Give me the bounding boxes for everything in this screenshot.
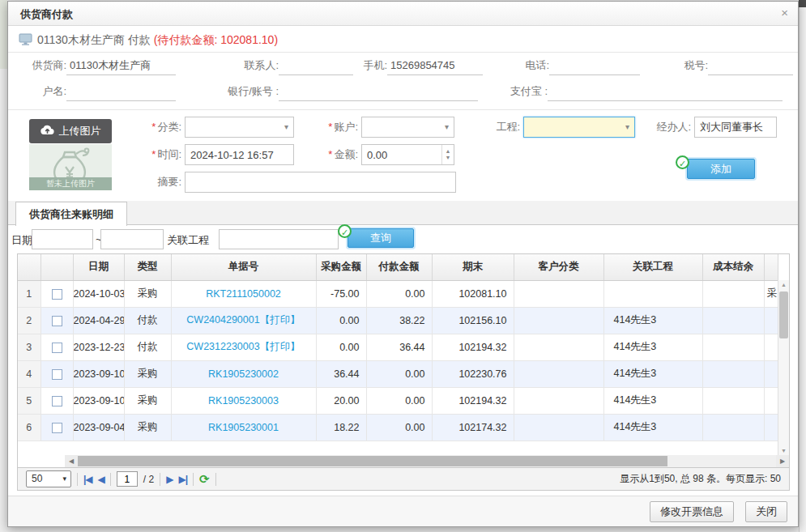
account-field: *账户: ▾ xyxy=(306,116,454,138)
taxno-field: 税号: xyxy=(671,55,793,76)
doc-link[interactable]: CW2404290001【打印】 xyxy=(186,314,300,326)
ledger-grid: 日期 类型 单据号 采购金额 付款金额 期末 客户分类 关联工程 成本结余 xyxy=(17,253,790,491)
date-to-input[interactable] xyxy=(100,229,164,249)
alipay-input[interactable] xyxy=(548,82,783,101)
screen: 供货商付款 × 01130木材生产商 付款 (待付款金额: 102081.10)… xyxy=(0,0,806,532)
divider xyxy=(8,52,798,53)
table-header-row: 日期 类型 单据号 采购金额 付款金额 期末 客户分类 关联工程 成本结余 xyxy=(18,254,778,280)
col-doc-no[interactable]: 单据号 xyxy=(171,254,316,280)
contact-field: 联系人: xyxy=(228,55,353,76)
account-select[interactable]: ▾ xyxy=(361,117,454,138)
row-checkbox[interactable] xyxy=(52,289,62,300)
bank-input[interactable] xyxy=(279,82,478,101)
project-select[interactable]: ▾ xyxy=(523,117,635,138)
scroll-up-icon[interactable]: ▲ xyxy=(778,282,789,287)
cell-extra xyxy=(764,307,778,334)
close-icon[interactable]: × xyxy=(781,6,788,19)
row-index: 2 xyxy=(18,307,41,334)
category-field: *分类: ▾ xyxy=(130,116,294,138)
taxno-input[interactable] xyxy=(708,56,793,75)
search-check-icon: ✓ xyxy=(338,224,352,238)
hscroll-track[interactable] xyxy=(78,455,776,467)
time-input[interactable] xyxy=(185,144,294,165)
row-checkbox[interactable] xyxy=(52,369,62,380)
vertical-scrollbar[interactable]: ▲ ▼ xyxy=(778,280,789,455)
contact-label: 联系人: xyxy=(228,58,279,73)
col-customer-category[interactable]: 客户分类 xyxy=(514,254,603,280)
chevron-down-icon: ▾ xyxy=(284,122,288,131)
col-type[interactable]: 类型 xyxy=(124,254,171,280)
col-cost-balance[interactable]: 成本结余 xyxy=(702,254,764,280)
col-checkbox xyxy=(41,254,73,280)
col-payment[interactable]: 付款金额 xyxy=(366,254,432,280)
cell-purchase: 0.00 xyxy=(316,307,366,334)
col-date[interactable]: 日期 xyxy=(73,254,124,280)
chevron-down-icon: ▾ xyxy=(625,122,629,131)
table-row: 2 2024-04-29 付款 CW2404290001【打印】 0.00 38… xyxy=(18,307,778,334)
phone-input[interactable] xyxy=(549,56,640,75)
supplier-input[interactable] xyxy=(66,56,176,75)
account-name-input[interactable] xyxy=(66,82,176,101)
cell-date: 2023-09-10 xyxy=(73,360,124,387)
doc-link[interactable]: CW2312230003【打印】 xyxy=(186,341,300,352)
upload-button-label: 上传图片 xyxy=(59,124,101,138)
supplier-label: 供货商: xyxy=(16,58,66,73)
cell-type: 付款 xyxy=(124,307,171,334)
cell-type: 采购 xyxy=(124,387,171,414)
next-page-button[interactable]: ▶ xyxy=(166,474,173,485)
row-checkbox[interactable] xyxy=(52,423,62,433)
doc-link[interactable]: RK1905230002 xyxy=(208,368,279,380)
contact-input[interactable] xyxy=(279,56,353,75)
cell-purchase: 36.44 xyxy=(316,360,366,387)
close-button[interactable]: 关闭 xyxy=(745,501,787,522)
doc-link[interactable]: RK1905230001 xyxy=(208,422,279,433)
handler-input[interactable] xyxy=(694,117,777,138)
doc-link[interactable]: RKT2111050002 xyxy=(206,288,281,300)
spin-up-icon[interactable]: ▲ xyxy=(446,148,451,155)
hscroll-thumb[interactable] xyxy=(78,456,667,466)
prev-page-button[interactable]: ◀ xyxy=(98,474,104,485)
mobile-input[interactable] xyxy=(387,56,483,75)
amount-input[interactable] xyxy=(361,144,454,165)
tab-supplier-ledger[interactable]: 供货商往来账明细 xyxy=(15,202,127,226)
col-project[interactable]: 关联工程 xyxy=(603,254,702,280)
cell-balance: 102081.10 xyxy=(432,280,514,307)
project-filter-input[interactable] xyxy=(219,229,339,249)
date-from-input[interactable] xyxy=(32,229,93,249)
page-size-select[interactable]: 50 ▾ xyxy=(26,470,71,487)
refresh-icon[interactable]: ⟳ xyxy=(199,472,210,487)
scroll-down-icon[interactable]: ▼ xyxy=(778,448,789,453)
cell-date: 2024-04-29 xyxy=(73,307,124,334)
cell-project: 414先生3 xyxy=(603,387,702,414)
col-purchase[interactable]: 采购金额 xyxy=(316,254,366,280)
scroll-right-icon[interactable]: ▶ xyxy=(776,455,789,467)
amount-spinner[interactable]: ▲ ▼ xyxy=(441,145,454,164)
category-select[interactable]: ▾ xyxy=(185,117,294,138)
add-button[interactable]: 添加 xyxy=(687,159,755,179)
modify-invoice-button[interactable]: 修改开票信息 xyxy=(650,501,734,522)
cell-type: 采购 xyxy=(124,360,171,387)
doc-link[interactable]: RK1905230003 xyxy=(208,395,279,406)
page-number-input[interactable] xyxy=(117,471,138,487)
phone-field: 电话: xyxy=(512,55,640,76)
row-checkbox[interactable] xyxy=(52,343,62,353)
vscroll-thumb[interactable] xyxy=(779,292,788,338)
row-index: 5 xyxy=(18,387,41,414)
account-name-label: 户名: xyxy=(16,84,66,99)
spin-down-icon[interactable]: ▼ xyxy=(446,155,451,161)
account-name-field: 户名: xyxy=(16,81,176,102)
row-checkbox[interactable] xyxy=(52,316,62,326)
summary-input[interactable] xyxy=(185,172,456,193)
page-total-label: / 2 xyxy=(143,474,154,485)
scroll-left-icon[interactable]: ◀ xyxy=(65,455,78,467)
filter-row: 日期 ~ 关联工程 ✓ 查询 xyxy=(8,227,798,253)
first-page-button[interactable]: |◀ xyxy=(83,474,92,485)
project-field: 工程: ▾ xyxy=(480,116,635,138)
row-checkbox[interactable] xyxy=(52,396,62,406)
horizontal-scrollbar[interactable]: ◀ ▶ xyxy=(18,455,789,467)
col-balance[interactable]: 期末 xyxy=(432,254,514,280)
upload-image-button[interactable]: 上传图片 xyxy=(29,119,112,143)
search-button[interactable]: 查询 xyxy=(348,228,414,248)
table-row: 4 2023-09-10 采购 RK1905230002 36.44 0.00 … xyxy=(18,360,778,387)
last-page-button[interactable]: ▶| xyxy=(178,474,187,485)
